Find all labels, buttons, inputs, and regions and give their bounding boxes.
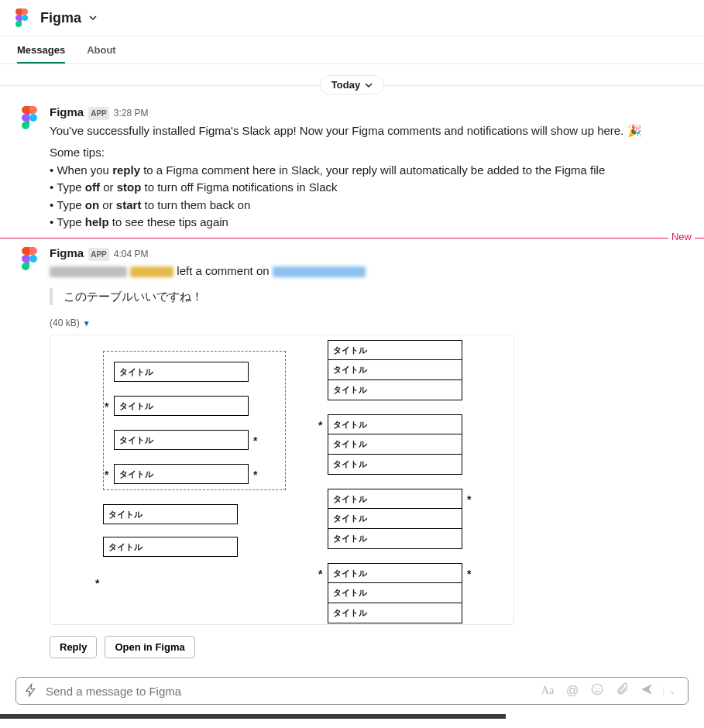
- preview-cell: タイトル: [328, 529, 462, 549]
- new-divider: New: [0, 238, 704, 239]
- comment-summary: left a comment on: [50, 263, 689, 280]
- tip-line: Type off or stop to turn off Figma notif…: [50, 179, 689, 197]
- preview-cell: タイトル: [328, 414, 462, 434]
- preview-cell: タイトル: [328, 340, 462, 360]
- tip-line: Type help to see these tips again: [50, 214, 689, 232]
- redacted-user: [50, 266, 127, 277]
- message-header: Figma APP 4:04 PM: [50, 245, 689, 263]
- app-badge: APP: [88, 248, 109, 261]
- reply-button[interactable]: Reply: [50, 636, 97, 658]
- preview-cell: タイトル: [114, 430, 249, 450]
- chevron-down-icon: [365, 81, 373, 89]
- date-label: Today: [331, 79, 360, 91]
- message-body: Figma APP 3:28 PM You've successfully in…: [50, 104, 689, 232]
- tip-line: Type on or start to turn them back on: [50, 197, 689, 215]
- asterisk-icon: *: [318, 566, 322, 582]
- asterisk-icon: *: [105, 467, 108, 483]
- sender-name[interactable]: Figma: [50, 104, 84, 122]
- message-header: Figma APP 3:28 PM: [50, 104, 689, 122]
- asterisk-icon: *: [467, 566, 471, 582]
- date-pill[interactable]: Today: [320, 75, 384, 94]
- tips-heading: Some tips:: [50, 144, 689, 162]
- preview-cell: タイトル: [328, 380, 462, 400]
- tip-line: When you reply to a Figma comment here i…: [50, 162, 689, 180]
- intro-line: You've successfully installed Figma's Sl…: [50, 122, 689, 140]
- preview-cell: タイトル: [103, 504, 238, 524]
- sender-name[interactable]: Figma: [50, 245, 84, 263]
- send-options-icon[interactable]: ⌄: [663, 687, 680, 695]
- message: Figma APP 4:04 PM left a comment on このテー…: [0, 240, 704, 664]
- preview-cell: タイトル: [328, 455, 462, 475]
- mention-icon[interactable]: @: [564, 684, 581, 698]
- preview-cell: タイトル: [328, 434, 462, 455]
- caret-down-icon: ▼: [83, 318, 91, 329]
- channel-header: Figma: [0, 0, 704, 36]
- message-text: You've successfully installed Figma's Sl…: [50, 122, 689, 232]
- timestamp[interactable]: 3:28 PM: [114, 106, 149, 120]
- attach-icon[interactable]: [613, 682, 630, 699]
- chevron-down-icon[interactable]: [89, 14, 97, 22]
- comment-mid-text: left a comment on: [177, 264, 272, 277]
- bottom-bar: [0, 714, 506, 719]
- message-body: Figma APP 4:04 PM left a comment on このテー…: [50, 245, 689, 659]
- emoji-icon[interactable]: [589, 682, 606, 699]
- preview-cell: タイトル: [328, 563, 462, 583]
- open-in-figma-button[interactable]: Open in Figma: [105, 636, 194, 658]
- figma-logo-icon: [15, 9, 33, 26]
- tab-bar: Messages About: [0, 36, 704, 64]
- redacted-file-link[interactable]: [273, 266, 366, 277]
- preview-cell: タイトル: [103, 537, 238, 557]
- svg-point-2: [599, 688, 600, 689]
- svg-point-0: [592, 684, 603, 695]
- preview-cell: タイトル: [328, 509, 462, 529]
- send-icon[interactable]: [638, 682, 655, 699]
- timestamp[interactable]: 4:04 PM: [114, 247, 149, 261]
- attachment-meta[interactable]: (40 kB) ▼: [50, 316, 689, 330]
- asterisk-icon: *: [253, 467, 257, 483]
- svg-point-1: [595, 688, 596, 689]
- avatar[interactable]: [15, 245, 43, 273]
- asterisk-icon: *: [95, 575, 99, 592]
- preview-cell: タイトル: [328, 583, 462, 603]
- channel-title[interactable]: Figma: [40, 10, 81, 26]
- asterisk-icon: *: [105, 399, 108, 415]
- asterisk-icon: *: [253, 433, 257, 449]
- preview-cell: タイトル: [328, 360, 462, 380]
- formatting-icon[interactable]: Aa: [539, 685, 556, 697]
- preview-cell: タイトル: [114, 396, 249, 416]
- message: Figma APP 3:28 PM You've successfully in…: [0, 99, 704, 236]
- avatar[interactable]: [15, 104, 43, 132]
- attachment-size: (40 kB): [50, 316, 80, 330]
- shortcuts-icon[interactable]: [24, 683, 38, 699]
- asterisk-icon: *: [467, 492, 471, 508]
- redacted-user: [130, 266, 173, 277]
- preview-cell: タイトル: [328, 603, 462, 623]
- tab-about[interactable]: About: [87, 36, 116, 64]
- preview-cell: タイトル: [114, 464, 249, 484]
- date-divider: Today: [0, 75, 704, 94]
- message-composer[interactable]: Aa @ ⌄: [15, 677, 689, 705]
- preview-cell: タイトル: [114, 362, 249, 382]
- message-input[interactable]: [46, 685, 531, 698]
- preview-cell: タイトル: [328, 489, 462, 509]
- figma-preview-image[interactable]: タイトル タイトル * タイトル * タイトル * * タイトル タイトル * …: [50, 335, 514, 625]
- comment-quote: このテーブルいいですね！: [50, 288, 689, 306]
- app-badge: APP: [88, 107, 109, 120]
- message-actions: Reply Open in Figma: [50, 636, 689, 658]
- asterisk-icon: *: [318, 417, 322, 434]
- tab-messages[interactable]: Messages: [17, 36, 65, 64]
